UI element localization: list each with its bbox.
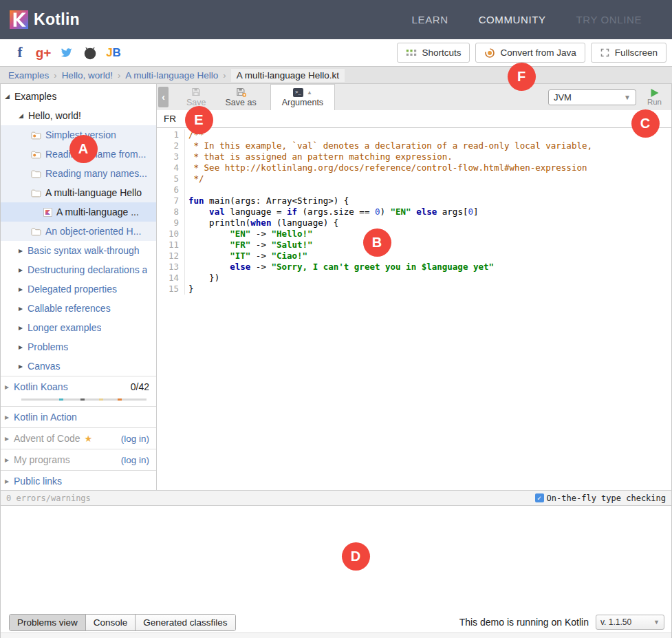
output-tabs: Problems viewConsoleGenerated classfiles [9,614,236,631]
code-line: 2 * In this example, `val` denotes a dec… [157,140,671,151]
sidebar-section-row[interactable]: ▸My programs(log in) [5,449,149,470]
progress-tick [118,398,122,401]
brand-wordmark[interactable]: Kotlin [34,10,80,29]
log-in-link[interactable]: (log in) [121,434,149,444]
output-tab[interactable]: Console [86,615,136,630]
tree-item[interactable]: An object-oriented H... [1,222,156,241]
code-line: 6 [157,184,671,195]
convert-icon [484,47,495,59]
tree-item[interactable]: A multi-language ... [1,202,156,222]
kotlin-version-select[interactable]: v. 1.1.50▼ [596,615,664,630]
tree-item[interactable]: ◢Examples [1,87,156,106]
tree-item[interactable]: Reading many names... [1,164,156,183]
tree-item-label: Delegated properties [28,284,117,295]
code-text: * In this example, `val` denotes a decla… [185,140,592,151]
section-label: Kotlin in Action [14,412,77,423]
arguments-tab[interactable]: >_ ▲ Arguments [270,84,335,110]
tree-item[interactable]: ▸Destructuring declarations a [1,260,156,279]
tree-collapsed-icon[interactable]: ▸ [19,246,23,255]
code-line: 9 println(when (language) { [157,217,671,228]
tree-collapsed-icon[interactable]: ▸ [19,361,23,371]
tree-collapsed-icon[interactable]: ▸ [5,434,9,443]
sidebar-section: ▸Kotlin Koans0/42 [1,376,156,401]
github-icon[interactable] [78,45,102,61]
sidebar-section-row[interactable]: ▸Advent of Code★(log in) [5,428,149,449]
sidebar-section: ▸Advent of Code★(log in) [1,427,156,449]
sidebar-section-row[interactable]: ▸Kotlin Koans0/42 [5,376,149,397]
collapse-arguments-icon[interactable]: ▲ [307,89,312,96]
line-number: 1 [157,129,185,140]
line-number: 9 [157,217,185,228]
tree-collapsed-icon[interactable]: ▸ [5,382,9,392]
tree-collapsed-icon[interactable]: ▸ [5,455,9,465]
code-line: 4 * See http://kotlinlang.org/docs/refer… [157,162,671,173]
chevron-down-icon: ▼ [624,94,631,101]
nav-try-online[interactable]: TRY ONLINE [576,14,642,25]
code-editor[interactable]: 1/**2 * In this example, `val` denotes a… [157,128,671,490]
star-icon: ★ [85,434,93,444]
convert-from-java-button[interactable]: Convert from Java [475,43,585,63]
kotlin-playground-window: Kotlin LEARN COMMUNITY TRY ONLINE f g+ J… [0,0,672,638]
tree-expanded-icon[interactable]: ◢ [5,93,10,100]
editor-pane: ‹ Save Save as >_ ▲ Arguments [157,84,671,490]
code-text: * that is assigned an pattern matching e… [185,151,453,162]
line-number: 15 [157,284,185,295]
sidebar-section-row[interactable]: ▸Public links [5,471,149,490]
code-line: 12 "IT" -> "Ciao!" [157,251,671,262]
output-tab[interactable]: Problems view [10,615,86,630]
tree-collapsed-icon[interactable]: ▸ [19,342,23,352]
checkbox-checked-icon[interactable]: ✓ [535,493,544,502]
run-button[interactable]: Run [643,84,671,110]
koans-progress-count: 0/42 [131,381,149,392]
code-text: println(when (language) { [185,217,338,228]
tree-collapsed-icon[interactable]: ▸ [5,476,9,486]
google-plus-icon[interactable]: g+ [32,45,55,61]
code-text: }) [185,273,219,284]
problems-panel [1,506,671,612]
breadcrumb-link[interactable]: Hello, world! [62,70,113,81]
log-in-link[interactable]: (log in) [121,455,149,465]
tree-item[interactable]: ▸Longer examples [1,318,156,337]
output-tab[interactable]: Generated classfiles [136,615,235,630]
sidebar-section-row[interactable]: ▸Kotlin in Action [5,407,149,427]
folder-icon [31,131,41,140]
tree-item[interactable]: ▸Canvas [1,357,156,376]
tree-collapsed-icon[interactable]: ▸ [5,412,9,422]
facebook-icon[interactable]: f [8,44,32,61]
terminal-icon: >_ [293,88,303,97]
tree-collapsed-icon[interactable]: ▸ [19,323,23,332]
tree-item[interactable]: A multi-language Hello [1,183,156,202]
tree-item-label: Examples [14,91,56,102]
tree-collapsed-icon[interactable]: ▸ [19,284,23,294]
breadcrumb-link[interactable]: Examples [8,70,49,81]
line-number: 12 [157,251,185,262]
tree-item[interactable]: ▸Callable references [1,299,156,318]
tree-item[interactable]: ▸Delegated properties [1,279,156,299]
line-number: 4 [157,162,185,173]
code-text: */ [185,173,204,184]
save-as-button[interactable]: Save as [216,84,266,110]
shortcuts-button[interactable]: Shortcuts [397,43,470,63]
folder-icon [31,227,41,236]
tree-item-label: Hello, world! [28,110,81,121]
fullscreen-button[interactable]: Fullscreen [591,43,666,63]
on-the-fly-toggle[interactable]: ✓ On-the-fly type checking [535,493,666,503]
bottom-bar: Problems viewConsoleGenerated classfiles… [1,612,671,632]
editor-toolbar: ‹ Save Save as >_ ▲ Arguments [157,84,671,110]
nav-community[interactable]: COMMUNITY [479,14,546,25]
line-number: 7 [157,195,185,206]
collapse-tree-button[interactable]: ‹ [158,87,169,107]
kotlin-logo-icon[interactable] [10,10,28,29]
target-platform-select[interactable]: JVM▼ [548,89,636,105]
arguments-input[interactable]: FR [157,110,671,128]
twitter-icon[interactable] [55,46,78,60]
breadcrumb-link[interactable]: A multi-language Hello [125,70,218,81]
tree-item[interactable]: ◢Hello, world! [1,106,156,125]
tree-expanded-icon[interactable]: ◢ [19,112,23,119]
tree-item[interactable]: ▸Problems [1,337,156,357]
tree-collapsed-icon[interactable]: ▸ [19,304,23,313]
tree-item[interactable]: ▸Basic syntax walk-through [1,241,156,260]
tree-collapsed-icon[interactable]: ▸ [19,265,23,275]
nav-learn[interactable]: LEARN [412,14,448,25]
jetbrains-icon[interactable]: JB [102,46,125,60]
